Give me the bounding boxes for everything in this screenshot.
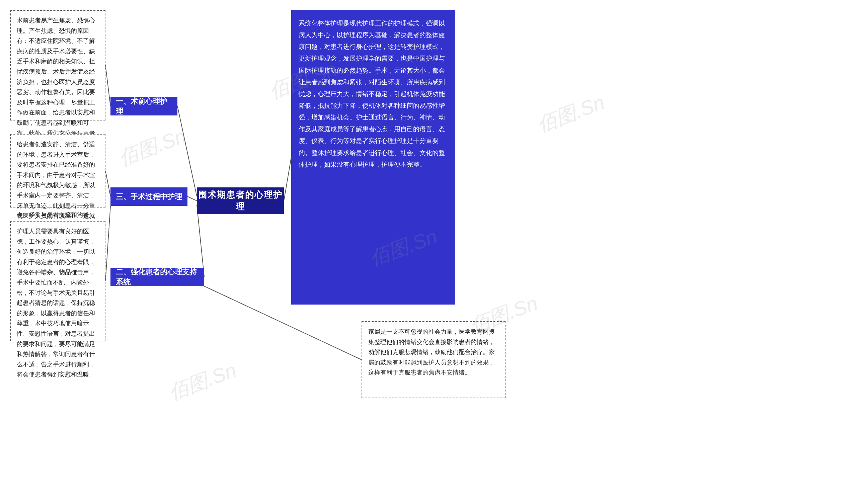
branch-node-2: 二、强化患者的心理支持系统 (111, 268, 204, 286)
svg-line-6 (105, 171, 111, 197)
watermark-5: 佰图.Sn (165, 357, 240, 407)
branch-1-label: 一、术前心理护理 (116, 96, 172, 116)
content-bot-right-text: 家属是一支不可忽视的社会力量，医学教育网搜集整理他们的情绪变化会直接影响患者的情… (368, 328, 495, 376)
svg-line-2 (197, 205, 204, 277)
svg-line-0 (178, 106, 197, 197)
watermark-1: 佰图.Sn (115, 123, 190, 172)
branch-3-label: 三、手术过程中护理 (116, 192, 182, 202)
branch-node-1: 一、术前心理护理 (111, 97, 178, 116)
content-box-mid-left: 给患者创造安静、清洁、舒适的环境，患者进入手术室后，要将患者安排在已经准备好的手… (10, 134, 105, 207)
mindmap-container: 佰图.Sn 佰图.Sn 佰图.Sn 佰图.Sn 佰图.Sn 佰图.Sn 围术期患… (0, 0, 857, 504)
branch-node-3: 三、手术过程中护理 (111, 187, 187, 206)
center-node: 围术期患者的心理护理 (197, 187, 284, 214)
content-bot-left-text: 护理人员需要具有良好的医德，工作要热心、认真谨慎，创造良好的治疗环境，一切以有利… (17, 228, 95, 378)
content-right-text: 系统化整体护理是现代护理工作的护理模式，强调以病人为中心，以护理程序为基础，解决… (299, 20, 445, 168)
content-box-right: 系统化整体护理是现代护理工作的护理模式，强调以病人为中心，以护理程序为基础，解决… (291, 10, 455, 304)
svg-line-7 (105, 206, 111, 281)
content-box-top-left: 术前患者易产生焦虑、恐惧心理。产生焦虑、恐惧的原因有：不适应住院环境、不了解疾病… (10, 10, 105, 120)
content-box-bot-left: 护理人员需要具有良好的医德，工作要热心、认真谨慎，创造良好的治疗环境，一切以有利… (10, 221, 105, 341)
watermark-4: 佰图.Sn (533, 89, 608, 139)
center-node-label: 围术期患者的心理护理 (198, 189, 283, 213)
svg-line-5 (105, 65, 111, 106)
branch-2-label: 二、强化患者的心理支持系统 (116, 267, 199, 287)
content-box-bot-right: 家属是一支不可忽视的社会力量，医学教育网搜集整理他们的情绪变化会直接影响患者的情… (362, 321, 505, 398)
svg-line-1 (187, 197, 197, 201)
svg-line-3 (284, 157, 291, 201)
